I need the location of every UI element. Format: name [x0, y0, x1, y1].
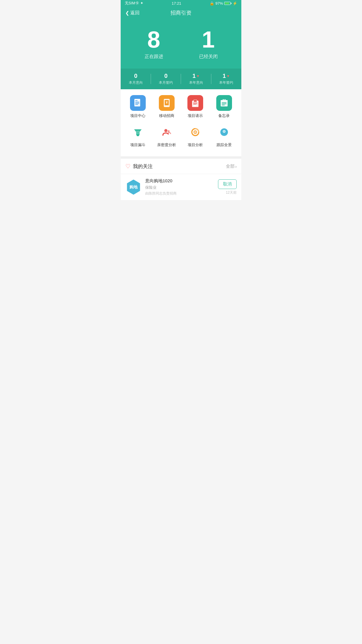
stat-tracking[interactable]: 8 正在跟进	[126, 28, 181, 60]
monthly-sign-num: 0	[151, 73, 181, 79]
chevron-left-icon: ❮	[125, 10, 129, 16]
svg-rect-9	[166, 106, 168, 106]
header-stats: 8 正在跟进 1 已经关闭 0 本月意向 0 本月签约 1 ▼ 本年意向 1 ▼	[121, 19, 241, 89]
project-funnel-icon	[130, 124, 146, 140]
svg-rect-19	[222, 104, 226, 104]
svg-point-36	[224, 131, 224, 132]
svg-point-29	[168, 130, 170, 132]
project-analysis-label: 项目分析	[188, 142, 203, 148]
hexagon-badge: 购地	[126, 180, 141, 195]
mobile-merchant-icon: ¥	[159, 95, 175, 111]
memo-icon	[216, 95, 232, 111]
closed-label: 已经关闭	[181, 54, 236, 60]
my-follows-section: ♡ 我的关注 全部 › 购地 意向购地1020 保险业 由陈胜同志负责招商 取消…	[121, 159, 241, 200]
project-center-icon	[130, 95, 146, 111]
yearly-intent-num: 1 ▼	[181, 73, 211, 79]
menu-grid: 项目中心 ¥ 移动招商	[121, 89, 241, 156]
follow-card: 购地 意向购地1020 保险业 由陈胜同志负责招商 取消 12天前	[121, 174, 241, 200]
menu-item-project-analysis[interactable]: 项目分析	[184, 124, 207, 148]
back-label: 返回	[130, 10, 140, 16]
project-reminder-label: 项目请示	[188, 113, 203, 118]
status-left: 无SIM卡 ✦	[125, 1, 143, 6]
svg-text:¥: ¥	[166, 101, 168, 104]
status-right: 🔒 97% ⚡	[210, 1, 237, 6]
tracking-label: 正在跟进	[126, 54, 181, 60]
yearly-sign-label: 本年签约	[211, 80, 242, 85]
project-center-label: 项目中心	[130, 113, 145, 118]
chevron-right-icon: ›	[235, 164, 237, 169]
svg-rect-5	[135, 100, 138, 101]
card-sub: 保险业	[145, 185, 215, 190]
menu-item-intimacy-analysis[interactable]: 亲密度分析	[155, 124, 178, 148]
sub-stat-monthly-sign[interactable]: 0 本月签约	[151, 73, 181, 85]
intimacy-analysis-label: 亲密度分析	[157, 142, 176, 148]
svg-rect-2	[135, 103, 139, 104]
svg-point-32	[195, 132, 196, 133]
battery-percent: 97%	[215, 1, 223, 6]
follows-title: 我的关注	[133, 163, 153, 170]
svg-rect-3	[135, 104, 138, 105]
arrow-down-icon: ▼	[196, 74, 200, 78]
arrow-down-icon-2: ▼	[226, 74, 230, 78]
yearly-sign-num: 1 ▼	[211, 73, 242, 79]
svg-rect-20	[222, 105, 225, 105]
track-panorama-icon	[216, 124, 232, 140]
intimacy-analysis-icon	[159, 124, 175, 140]
menu-item-track-panorama[interactable]: 跟踪全景	[212, 124, 236, 148]
tracking-number: 8	[126, 28, 181, 51]
yearly-intent-label: 本年意向	[181, 80, 211, 85]
lock-icon: 🔒	[210, 1, 214, 6]
follows-title-wrap: ♡ 我的关注	[125, 163, 153, 170]
back-button[interactable]: ❮ 返回	[125, 10, 140, 16]
battery-icon	[224, 2, 231, 5]
sub-stat-monthly-intent[interactable]: 0 本月意向	[121, 73, 151, 85]
svg-rect-18	[222, 102, 226, 103]
card-info: 意向购地1020 保险业 由陈胜同志负责招商	[145, 178, 215, 196]
project-funnel-label: 项目漏斗	[130, 142, 145, 148]
menu-item-project-center[interactable]: 项目中心	[126, 95, 150, 118]
svg-rect-12	[194, 100, 197, 102]
monthly-intent-label: 本月意向	[121, 80, 151, 85]
project-reminder-icon	[187, 95, 203, 111]
mobile-merchant-label: 移动招商	[159, 113, 174, 118]
menu-item-project-reminder[interactable]: 项目请示	[184, 95, 207, 118]
page-title: 招商引资	[171, 9, 191, 16]
memo-label: 备忘录	[218, 113, 230, 118]
menu-row-1: 项目中心 ¥ 移动招商	[121, 95, 241, 118]
sub-stat-yearly-sign[interactable]: 1 ▼ 本年签约	[211, 73, 242, 85]
closed-number: 1	[181, 28, 236, 51]
card-time: 12天前	[226, 190, 237, 195]
charging-icon: ⚡	[233, 1, 237, 6]
menu-item-mobile-merchant[interactable]: ¥ 移动招商	[155, 95, 178, 118]
card-title: 意向购地1020	[145, 178, 215, 184]
sub-stat-yearly-intent[interactable]: 1 ▼ 本年意向	[181, 73, 211, 85]
card-action-wrap: 取消 12天前	[218, 179, 237, 195]
menu-row-2: 项目漏斗 亲密度分析 项目分析	[121, 124, 241, 148]
all-label: 全部	[226, 164, 235, 169]
status-time: 17:21	[172, 1, 181, 6]
svg-rect-21	[221, 100, 228, 102]
nav-bar: ❮ 返回 招商引资	[121, 6, 241, 19]
menu-item-project-funnel[interactable]: 项目漏斗	[126, 124, 150, 148]
track-panorama-label: 跟踪全景	[217, 142, 232, 148]
svg-marker-24	[134, 129, 142, 131]
monthly-sign-label: 本月签约	[151, 80, 181, 85]
monthly-intent-num: 0	[121, 73, 151, 79]
card-meta: 由陈胜同志负责招商	[145, 191, 215, 196]
svg-marker-23	[136, 134, 140, 136]
section-divider	[121, 156, 241, 159]
project-analysis-icon	[187, 124, 203, 140]
stat-closed[interactable]: 1 已经关闭	[181, 28, 236, 60]
cancel-button[interactable]: 取消	[218, 179, 237, 189]
sim-indicator: 无SIM卡 ✦	[125, 1, 143, 6]
heart-icon: ♡	[125, 163, 131, 170]
main-stats-row: 8 正在跟进 1 已经关闭	[121, 25, 241, 69]
hexagon-badge-wrap: 购地	[125, 179, 142, 195]
svg-point-28	[164, 129, 167, 132]
status-bar: 无SIM卡 ✦ 17:21 🔒 97% ⚡	[121, 0, 241, 6]
follows-header: ♡ 我的关注 全部 ›	[121, 159, 241, 174]
follows-all-button[interactable]: 全部 ›	[226, 164, 237, 169]
sub-stats-row: 0 本月意向 0 本月签约 1 ▼ 本年意向 1 ▼ 本年签约	[121, 69, 241, 89]
svg-rect-1	[135, 102, 139, 102]
menu-item-memo[interactable]: 备忘录	[212, 95, 236, 118]
